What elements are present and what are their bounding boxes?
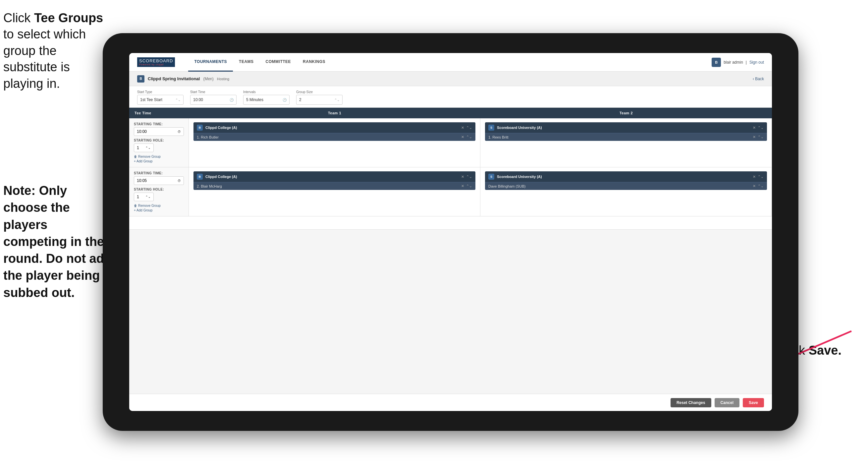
- nav-bar: SCOREBOARD Powered by clippd TOURNAMENTS…: [129, 53, 772, 71]
- team2-card-header-1: S Scoreboard University (A) ✕ ⌃⌄: [485, 122, 767, 133]
- player-remove-icon-2-2[interactable]: ✕: [753, 184, 756, 188]
- player-row-1-1: 1. Rich Butler ✕ ⌃⌄: [193, 133, 475, 141]
- team2-actions-2: ✕ ⌃⌄: [753, 175, 764, 179]
- player-remove-icon-1-1[interactable]: ✕: [461, 135, 464, 139]
- intervals-label: Intervals: [243, 90, 289, 94]
- tablet-device: SCOREBOARD Powered by clippd TOURNAMENTS…: [103, 33, 799, 431]
- player-expand-icon-1-1[interactable]: ⌃⌄: [466, 135, 472, 139]
- start-type-arrow-icon: ⌃⌄: [175, 98, 181, 102]
- player-row-2-1: 1. Rees Britt ✕ ⌃⌄: [485, 133, 767, 141]
- team2-cell-1: S Scoreboard University (A) ✕ ⌃⌄ 1. Rees…: [480, 118, 772, 167]
- col-team2: Team 2: [480, 108, 772, 118]
- group-actions-1: 🗑 Remove Group + Add Group: [134, 155, 184, 163]
- player-actions-2-2: ✕ ⌃⌄: [753, 184, 764, 188]
- footer-bar: Reset Changes Cancel Save: [129, 394, 772, 411]
- team2-expand-icon-1[interactable]: ⌃⌄: [758, 126, 764, 130]
- start-type-field: Start Type 1st Tee Start ⌃⌄: [137, 90, 184, 105]
- player-row-1-2: 2. Blair McHarg ✕ ⌃⌄: [193, 182, 475, 190]
- note-label: Note: Only choose the players competing …: [3, 184, 112, 300]
- nav-separator: |: [746, 60, 747, 65]
- starting-hole-label-2: STARTING HOLE:: [134, 187, 184, 191]
- sign-out-link[interactable]: Sign out: [749, 60, 764, 65]
- nav-links: TOURNAMENTS TEAMS COMMITTEE RANKINGS: [188, 53, 712, 71]
- starting-time-label-2: STARTING TIME:: [134, 171, 184, 175]
- save-button[interactable]: Save: [743, 398, 764, 407]
- table-header: Tee Time Team 1 Team 2: [129, 108, 772, 118]
- starting-time-label-1: STARTING TIME:: [134, 122, 184, 126]
- nav-rankings[interactable]: RANKINGS: [297, 53, 331, 71]
- col-tee-time: Tee Time: [129, 108, 189, 118]
- settings-row: Start Type 1st Tee Start ⌃⌄ Start Time 1…: [129, 86, 772, 108]
- group-size-field: Group Size 2 ⌃⌄: [296, 90, 343, 105]
- start-type-label: Start Type: [137, 90, 184, 94]
- tablet-screen: SCOREBOARD Powered by clippd TOURNAMENTS…: [129, 53, 772, 411]
- group-size-arrow-icon: ⌃⌄: [334, 98, 340, 102]
- add-group-btn-1[interactable]: + Add Group: [134, 159, 184, 163]
- team2-actions-1: ✕ ⌃⌄: [753, 126, 764, 130]
- intervals-input[interactable]: 5 Minutes 🕐: [243, 95, 289, 105]
- team1-remove-icon-2[interactable]: ✕: [461, 175, 464, 179]
- nav-tournaments[interactable]: TOURNAMENTS: [188, 53, 233, 71]
- team1-cell-1: B Clippd College (A) ✕ ⌃⌄ 1. Rich Butler…: [189, 118, 480, 167]
- team2-card-2: S Scoreboard University (A) ✕ ⌃⌄ Dave Bi…: [485, 171, 767, 190]
- player-expand-icon-2-1[interactable]: ⌃⌄: [758, 135, 764, 139]
- team2-remove-icon-2[interactable]: ✕: [753, 175, 756, 179]
- player-name-1-1: 1. Rich Butler: [197, 135, 461, 139]
- player-expand-icon-2-2[interactable]: ⌃⌄: [758, 184, 764, 188]
- nav-teams[interactable]: TEAMS: [233, 53, 260, 71]
- starting-hole-input-2[interactable]: 1 ⌃⌄: [134, 193, 154, 201]
- start-type-input[interactable]: 1st Tee Start ⌃⌄: [137, 95, 184, 105]
- hole-arrow-icon-1: ⌃⌄: [146, 146, 151, 149]
- tee-groups-instruction: Click Tee Groups to select which group t…: [3, 10, 106, 92]
- team2-card-header-2: S Scoreboard University (A) ✕ ⌃⌄: [485, 171, 767, 182]
- nav-committee[interactable]: COMMITTEE: [260, 53, 297, 71]
- sub-avatar: B: [137, 75, 145, 83]
- logo-line2: Powered by clippd: [139, 63, 173, 66]
- tournament-gender: (Men): [203, 77, 213, 81]
- team1-actions-1: ✕ ⌃⌄: [461, 126, 472, 130]
- team1-name-2: Clippd College (A): [206, 175, 461, 179]
- team2-avatar-2: S: [488, 174, 494, 180]
- starting-hole-label-1: STARTING HOLE:: [134, 139, 184, 142]
- hosting-badge: Hosting: [217, 77, 229, 81]
- starting-hole-input-1[interactable]: 1 ⌃⌄: [134, 144, 154, 152]
- player-actions-1-2: ✕ ⌃⌄: [461, 184, 472, 188]
- start-time-input[interactable]: 10:00 🕐: [190, 95, 237, 105]
- group-left-2: STARTING TIME: 10:05 ⏱ STARTING HOLE: 1 …: [129, 167, 189, 216]
- player-row-2-2: Dave Billingham (SUB) ✕ ⌃⌄: [485, 182, 767, 190]
- team1-expand-icon-1[interactable]: ⌃⌄: [466, 126, 472, 130]
- player-name-2-1: 1. Rees Britt: [488, 135, 753, 139]
- team2-remove-icon-1[interactable]: ✕: [753, 126, 756, 130]
- time-clock-icon-2: ⏱: [178, 179, 181, 183]
- hole-arrow-icon-2: ⌃⌄: [146, 195, 151, 199]
- starting-time-input-1[interactable]: 10:00 ⏱: [134, 127, 184, 136]
- reset-changes-button[interactable]: Reset Changes: [671, 398, 711, 407]
- team1-cell-2: B Clippd College (A) ✕ ⌃⌄ 2. Blair McHar…: [189, 167, 480, 216]
- team1-card-2: B Clippd College (A) ✕ ⌃⌄ 2. Blair McHar…: [193, 171, 475, 190]
- remove-group-btn-2[interactable]: 🗑 Remove Group: [134, 204, 184, 207]
- starting-time-input-2[interactable]: 10:05 ⏱: [134, 176, 184, 185]
- group-size-input[interactable]: 2 ⌃⌄: [296, 95, 343, 105]
- cancel-button[interactable]: Cancel: [715, 398, 740, 407]
- team1-expand-icon-2[interactable]: ⌃⌄: [466, 175, 472, 179]
- team1-remove-icon-1[interactable]: ✕: [461, 126, 464, 130]
- nav-username: blair admin: [723, 60, 743, 65]
- intervals-field: Intervals 5 Minutes 🕐: [243, 90, 289, 105]
- player-expand-icon-1-2[interactable]: ⌃⌄: [466, 184, 472, 188]
- group-left-1: STARTING TIME: 10:00 ⏱ STARTING HOLE: 1 …: [129, 118, 189, 167]
- team2-expand-icon-2[interactable]: ⌃⌄: [758, 175, 764, 179]
- team1-card-header-1: B Clippd College (A) ✕ ⌃⌄: [193, 122, 475, 133]
- team1-avatar-2: B: [197, 174, 203, 180]
- team1-actions-2: ✕ ⌃⌄: [461, 175, 472, 179]
- group-row: STARTING TIME: 10:00 ⏱ STARTING HOLE: 1 …: [129, 118, 772, 167]
- player-remove-icon-2-1[interactable]: ✕: [753, 135, 756, 139]
- remove-group-btn-1[interactable]: 🗑 Remove Group: [134, 155, 184, 158]
- logo: SCOREBOARD Powered by clippd: [137, 57, 175, 67]
- logo-box: SCOREBOARD Powered by clippd: [137, 57, 175, 67]
- save-instruction-bold: Save.: [809, 343, 841, 357]
- player-remove-icon-1-2[interactable]: ✕: [461, 184, 464, 188]
- sub-header: B Clippd Spring Invitational (Men) Hosti…: [129, 71, 772, 86]
- add-group-btn-2[interactable]: + Add Group: [134, 208, 184, 212]
- nav-avatar: B: [712, 58, 721, 67]
- back-link[interactable]: ‹ Back: [753, 77, 764, 81]
